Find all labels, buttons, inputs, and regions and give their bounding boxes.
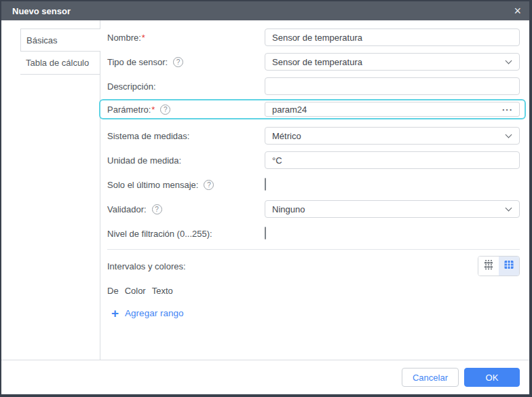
sistema-row: Sistema de medidas: Métrico xyxy=(107,127,520,145)
add-range-label: Agregar rango xyxy=(125,308,183,318)
ok-button[interactable]: OK xyxy=(464,368,520,387)
column-de: De xyxy=(107,286,119,296)
column-color: Color xyxy=(125,286,146,296)
help-icon[interactable]: ? xyxy=(160,105,170,115)
ultimo-mensaje-checkbox[interactable] xyxy=(265,178,266,191)
intervals-table-icon xyxy=(504,259,514,273)
help-icon[interactable]: ? xyxy=(152,204,162,214)
sistema-select-value: Métrico xyxy=(272,131,301,141)
descripcion-label-group: Descripción: xyxy=(107,81,265,92)
filtracion-field xyxy=(265,227,520,240)
nombre-row: Nombre:* xyxy=(107,29,520,46)
tab-basicas-label: Básicas xyxy=(26,35,58,45)
tipo-label-group: Tipo de sensor: ? xyxy=(107,57,265,67)
filtracion-row: Nivel de filtración (0...255): xyxy=(107,225,520,242)
required-asterisk: * xyxy=(151,105,155,115)
validador-select-value: Ninguno xyxy=(272,204,305,214)
tipo-select-value: Sensor de temperatura xyxy=(272,57,362,67)
table-view-button[interactable] xyxy=(499,257,519,276)
dialog-title: Nuevo sensor xyxy=(12,6,71,16)
tipo-select[interactable]: Sensor de temperatura xyxy=(265,53,520,71)
tab-basicas[interactable]: Básicas xyxy=(20,29,100,52)
ultimo-label: Solo el último mensaje: xyxy=(107,180,198,190)
sistema-label-group: Sistema de medidas: xyxy=(107,131,265,141)
nombre-label-group: Nombre:* xyxy=(107,33,265,43)
new-sensor-dialog: Nuevo sensor × Básicas Tabla de cálculo … xyxy=(0,0,532,397)
parametro-input[interactable] xyxy=(265,102,520,117)
ultimo-mensaje-row: Solo el último mensaje: ? xyxy=(107,176,520,193)
parametro-browse-ellipsis-button[interactable]: ··· xyxy=(502,102,513,116)
ultimo-label-group: Solo el último mensaje: ? xyxy=(107,180,265,190)
dialog-body: Básicas Tabla de cálculo Nombre:* Tipo d… xyxy=(1,20,529,360)
add-range-link[interactable]: + Agregar rango xyxy=(111,307,520,320)
unidad-input[interactable] xyxy=(265,151,520,169)
sistema-select[interactable]: Métrico xyxy=(265,127,520,145)
validador-field: Ninguno xyxy=(265,200,520,218)
nombre-field xyxy=(265,29,520,46)
filtracion-checkbox[interactable] xyxy=(265,227,266,240)
tipo-field: Sensor de temperatura xyxy=(265,53,520,71)
ultimo-field xyxy=(265,178,520,191)
intervals-label: Intervalos y colores: xyxy=(107,261,186,271)
descripcion-field xyxy=(265,77,520,95)
sistema-field: Métrico xyxy=(265,127,520,145)
nombre-label: Nombre:* xyxy=(107,33,145,43)
descripcion-input[interactable] xyxy=(265,77,520,95)
filtracion-label: Nivel de filtración (0...255): xyxy=(107,229,212,239)
tipo-label: Tipo de sensor: xyxy=(107,57,168,67)
dialog-footer: Cancelar OK xyxy=(1,360,529,394)
cancel-button[interactable]: Cancelar xyxy=(402,368,459,387)
help-icon[interactable]: ? xyxy=(173,57,183,67)
parametro-field: ··· xyxy=(265,102,520,117)
plus-icon: + xyxy=(111,307,119,320)
unidad-row: Unidad de medida: xyxy=(107,151,520,169)
sistema-label: Sistema de medidas: xyxy=(107,131,189,141)
unidad-field xyxy=(265,151,520,169)
tipo-row: Tipo de sensor: ? Sensor de temperatura xyxy=(107,53,520,71)
form-content: Nombre:* Tipo de sensor: ? Sensor de tem… xyxy=(100,20,529,360)
parametro-label-group: Parámetro:* ? xyxy=(107,105,265,115)
scale-view-button[interactable] xyxy=(478,257,499,276)
required-asterisk: * xyxy=(142,33,145,43)
unidad-label-group: Unidad de medida: xyxy=(107,155,265,166)
tab-tabla-label: Tabla de cálculo xyxy=(26,58,89,68)
tab-tabla-de-calculo[interactable]: Tabla de cálculo xyxy=(20,52,100,75)
tab-rail: Básicas Tabla de cálculo xyxy=(1,20,100,360)
intervals-view-toggle xyxy=(478,256,520,276)
validador-select[interactable]: Ninguno xyxy=(265,200,520,218)
parametro-label: Parámetro:* xyxy=(107,105,155,115)
descripcion-row: Descripción: xyxy=(107,77,520,95)
section-divider xyxy=(107,249,520,250)
intervals-scale-icon xyxy=(483,259,494,273)
column-texto: Texto xyxy=(152,286,173,296)
intervals-header: Intervalos y colores: xyxy=(107,256,520,276)
nombre-input[interactable] xyxy=(265,29,520,46)
filtracion-label-group: Nivel de filtración (0...255): xyxy=(107,229,265,239)
descripcion-label: Descripción: xyxy=(107,81,156,92)
intervals-column-headers: De Color Texto xyxy=(107,286,520,296)
dialog-titlebar: Nuevo sensor × xyxy=(1,1,529,20)
help-icon[interactable]: ? xyxy=(204,180,214,190)
parametro-row-highlighted: Parámetro:* ? ··· xyxy=(99,99,526,119)
validador-label: Validador: xyxy=(107,204,147,214)
validador-row: Validador: ? Ninguno xyxy=(107,200,520,218)
unidad-label: Unidad de medida: xyxy=(107,155,181,166)
validador-label-group: Validador: ? xyxy=(107,204,265,214)
close-icon[interactable]: × xyxy=(514,5,521,17)
